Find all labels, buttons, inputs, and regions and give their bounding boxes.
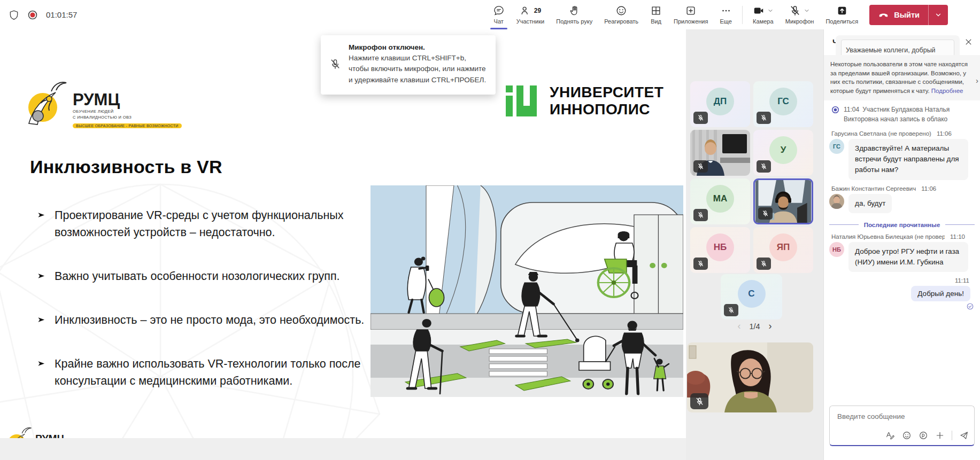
rumc-logo: РУМЦ ОБУЧЕНИЕ ЛЮДЕЙ С ИНВАЛИДНОСТЬЮ И ОВ…: [19, 77, 182, 136]
slide-bullet: Крайне важно использовать VR-технологии …: [37, 355, 365, 390]
muted-mic-badge: [693, 258, 708, 270]
inclusivity-illustration: [371, 185, 683, 397]
muted-mic-badge: [693, 209, 708, 221]
leave-button[interactable]: Выйти: [869, 5, 948, 25]
participants-panel: ДП ГС У МА: [686, 29, 823, 460]
participant-video-tile[interactable]: [690, 130, 750, 176]
rumc-logo-mark: [19, 77, 68, 136]
format-icon[interactable]: [885, 431, 895, 440]
message-bubble: Доброе утро! РГУ нефти и газа (НИУ) имен…: [848, 242, 968, 272]
innopolis-logo-mark: [505, 84, 540, 118]
participant-tile[interactable]: С: [721, 274, 782, 319]
teams-meeting-window: 01:01:57 Чат 29 Участники Поднять руку Р…: [0, 0, 980, 460]
pager-prev-icon[interactable]: ‹: [737, 321, 740, 332]
camera-chevron-icon[interactable]: [767, 7, 774, 14]
innopolis-logo: УНИВЕРСИТЕТ ИННОПОЛИС: [505, 84, 663, 118]
slide-bullet: Проектирование VR-среды с учетом функцио…: [37, 207, 365, 241]
camera-icon: [753, 5, 765, 17]
mic-disabled-notification: Микрофон отключен. Нажмите клавиши CTRL+…: [321, 35, 496, 95]
toolbar-microphone-button[interactable]: Микрофон: [780, 0, 820, 29]
outgoing-message-time: 11:11: [829, 277, 969, 284]
geodesic-watermark: [0, 163, 417, 438]
apps-plus-icon: [685, 5, 697, 17]
microphone-chevron-icon[interactable]: [804, 7, 810, 14]
toolbar-react-button[interactable]: Реагировать: [598, 0, 644, 29]
muted-mic-badge: [724, 304, 738, 316]
participant-tile[interactable]: НБ: [690, 227, 750, 273]
system-message-time: 11:04: [844, 106, 859, 113]
rumc-footer-logo: РУМЦ ОБУЧЕНИЕ ЛЮДЕЙ С ИНВАЛИДНОСТЬЮ И ОВ…: [2, 425, 103, 438]
recording-indicator-icon: [27, 10, 38, 20]
avatar: НБ: [829, 242, 844, 257]
participant-tile[interactable]: ЯП: [753, 227, 813, 273]
rumc-logo-mark: [2, 425, 33, 438]
toolbar-apps-button[interactable]: Приложения: [668, 0, 714, 29]
participant-video-tile-selected[interactable]: [753, 178, 813, 224]
microphone-muted-icon: [789, 5, 801, 17]
system-message-text: Участник Булдакова Наталья Викторовна на…: [844, 106, 950, 123]
toolbar-chat-button[interactable]: Чат: [487, 0, 511, 29]
message-bubble: Здравствуйте! А материалы встречи будут …: [848, 139, 968, 180]
emoji-icon[interactable]: [902, 431, 912, 440]
meeting-toolbar: 01:01:57 Чат 29 Участники Поднять руку Р…: [0, 0, 980, 29]
muted-mic-badge: [693, 112, 708, 124]
message-sender-header: Гарусина Светлана (не проверено)11:06: [831, 130, 975, 137]
pager-next-icon[interactable]: ›: [769, 321, 772, 332]
university-name-line1: УНИВЕРСИТЕТ: [550, 84, 663, 101]
share-screen-icon: [836, 5, 848, 17]
notification-body: Нажмите клавиши CTRL+SHIFT+b, чтобы вклю…: [349, 53, 487, 85]
chat-compose-box: [829, 406, 975, 446]
raise-hand-icon: [568, 5, 580, 17]
loop-icon[interactable]: [919, 431, 928, 440]
participants-icon: [520, 5, 531, 17]
muted-mic-badge: [757, 258, 771, 270]
participant-tile[interactable]: ГС: [753, 81, 813, 127]
leave-chevron-icon[interactable]: [929, 5, 948, 25]
university-name-line2: ИННОПОЛИС: [550, 101, 663, 118]
toolbar-raise-hand-button[interactable]: Поднять руку: [550, 0, 598, 29]
slide-bullet: Инклюзивность – это не просто мода, это …: [37, 311, 365, 329]
external-users-banner: Некоторые пользователи в этом чате наход…: [824, 55, 980, 100]
banner-chevron-icon[interactable]: ›: [976, 75, 978, 87]
chat-message: НБ Доброе утро! РГУ нефти и газа (НИУ) и…: [829, 242, 975, 272]
notification-title: Микрофон отключен.: [349, 43, 487, 51]
view-grid-icon: [650, 5, 662, 17]
recording-system-message: 11:04Участник Булдакова Наталья Викторов…: [831, 105, 975, 124]
toolbar-divider: [742, 6, 743, 24]
meeting-chat-panel: Чат собрания Уважаемые коллеги, добрый д…: [823, 29, 980, 460]
spotlight-video-tile[interactable]: [687, 342, 813, 412]
chat-message: да, будут: [829, 194, 975, 213]
bullet-arrow-icon: [37, 268, 45, 285]
shield-icon[interactable]: [9, 10, 19, 20]
meeting-timer: 01:01:57: [46, 10, 77, 19]
microphone-muted-icon: [329, 43, 341, 85]
toolbar-participants-button[interactable]: 29 Участники: [511, 0, 551, 29]
muted-mic-badge: [693, 160, 708, 173]
message-bubble: да, будут: [848, 194, 892, 213]
last-read-divider: Последние прочитанные: [829, 222, 975, 228]
muted-mic-badge: [690, 393, 708, 409]
send-icon[interactable]: [959, 431, 969, 440]
participants-count-badge: 29: [534, 7, 541, 14]
outgoing-message-bubble: Добрый день!: [911, 286, 970, 301]
muted-mic-badge: [758, 207, 773, 220]
toolbar-chat-label: Чат: [494, 18, 504, 25]
participant-tile[interactable]: У: [753, 130, 813, 176]
slide-title: Инклюзивность в VR: [30, 157, 222, 177]
banner-more-link[interactable]: Подробнее: [931, 88, 963, 94]
bullet-arrow-icon: [37, 355, 45, 390]
participant-tile[interactable]: ДП: [690, 81, 750, 127]
message-input[interactable]: [836, 412, 970, 421]
bullet-arrow-icon: [37, 311, 45, 329]
hangup-phone-icon: [878, 9, 889, 20]
participants-pager: ‹ 1/4 ›: [686, 321, 823, 332]
toolbar-more-button[interactable]: Еще: [714, 0, 737, 29]
toolbar-camera-button[interactable]: Камера: [747, 0, 780, 29]
toolbar-share-button[interactable]: Поделиться: [820, 0, 864, 29]
leave-button-label: Выйти: [894, 11, 920, 19]
react-smiley-icon: [615, 5, 627, 17]
attach-plus-icon[interactable]: [935, 431, 945, 440]
participant-tile[interactable]: МА: [690, 178, 750, 224]
message-read-icon: [829, 303, 974, 310]
toolbar-view-button[interactable]: Вид: [644, 0, 668, 29]
